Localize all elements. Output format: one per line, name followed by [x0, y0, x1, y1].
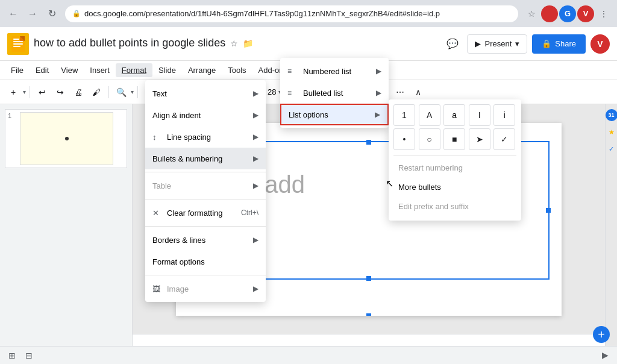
more-button[interactable]: ⋮: [595, 5, 612, 22]
submenu-numbered[interactable]: ≡ Numbered list ▶: [280, 60, 389, 82]
add-slide-fab[interactable]: +: [593, 326, 610, 343]
menu-edit[interactable]: Edit: [30, 63, 55, 77]
back-button[interactable]: ←: [5, 5, 22, 22]
menu-insert[interactable]: Insert: [84, 63, 116, 77]
slide-thumb-1[interactable]: 1: [5, 109, 127, 168]
format-menu-clear[interactable]: ✕ Clear formatting Ctrl+\: [145, 202, 266, 224]
toolbar-zoom-btn[interactable]: 🔍: [113, 84, 130, 101]
menu-arrange[interactable]: Arrange: [182, 63, 222, 77]
handle-top[interactable]: [366, 140, 371, 145]
submenu-list-options[interactable]: List options ▶: [280, 104, 389, 125]
menu-file[interactable]: File: [5, 63, 30, 77]
list-options-sep: [393, 155, 516, 155]
present-button[interactable]: ▶ Present ▾: [467, 34, 527, 54]
format-menu-text[interactable]: Text ▶: [145, 83, 266, 104]
toolbar-expand-btn[interactable]: ∧: [410, 84, 427, 101]
bulleted-icon: ≡: [287, 89, 299, 97]
star-icon[interactable]: ☆: [230, 39, 238, 48]
present-arrow: ▾: [515, 39, 519, 48]
list-option-bullet-filled[interactable]: •: [393, 128, 415, 150]
list-option-bullet-hollow[interactable]: ○: [419, 128, 440, 150]
more-bullets-btn[interactable]: More bullets: [393, 177, 516, 196]
svg-rect-1: [13, 39, 19, 40]
handle-bottom-outer[interactable]: [366, 313, 371, 316]
format-menu-bullets[interactable]: Bullets & numbering ▶: [145, 148, 266, 169]
list-option-bullet-square[interactable]: ■: [443, 128, 465, 150]
refresh-button[interactable]: ↻: [43, 5, 60, 22]
format-menu-image[interactable]: 🖼 Image ▶: [145, 278, 266, 300]
restart-numbering-btn[interactable]: Restart numbering: [393, 158, 516, 177]
toolbar-undo-btn[interactable]: ↩: [34, 84, 51, 101]
list-option-bullet-arrow[interactable]: ➤: [469, 128, 490, 150]
forward-button[interactable]: →: [24, 5, 41, 22]
filmstrip-view-btn[interactable]: ⊟: [22, 348, 36, 363]
edit-prefix-suffix-btn[interactable]: Edit prefix and suffix: [393, 196, 516, 216]
bookmark-button[interactable]: ☆: [523, 5, 540, 22]
right-panel: 31 ★ ✓: [605, 104, 617, 364]
format-menu-table[interactable]: Table ▶: [145, 175, 266, 196]
list-options-submenu: 1 A a I i • ○ ■ ➤ ✓ Restart numbering Mo…: [389, 99, 521, 221]
format-bullets-label: Bullets & numbering: [152, 154, 248, 163]
handle-bottom[interactable]: [366, 276, 371, 281]
comment-button[interactable]: 💬: [443, 34, 462, 54]
format-menu-options[interactable]: Format options: [145, 251, 266, 272]
user-avatar[interactable]: V: [590, 34, 610, 54]
toolbar-redo-btn[interactable]: ↪: [52, 84, 69, 101]
present-label: Present: [484, 39, 512, 48]
list-option-I[interactable]: I: [469, 104, 490, 126]
check-panel-icon[interactable]: ✓: [606, 143, 618, 155]
toolbar-add-btn[interactable]: +: [5, 84, 22, 101]
address-bar[interactable]: 🔒 docs.google.com/presentation/d/1ftU4h-…: [65, 5, 518, 22]
toolbar-paint-btn[interactable]: 🖌: [88, 84, 105, 101]
menu-format[interactable]: Format: [116, 63, 152, 77]
format-menu-borders[interactable]: Borders & lines ▶: [145, 229, 266, 251]
format-text-label: Text: [152, 89, 248, 98]
toolbar-more-btn[interactable]: ⋯: [392, 84, 409, 101]
toolbar-print-btn[interactable]: 🖨: [70, 84, 87, 101]
list-option-i[interactable]: i: [493, 104, 515, 126]
svg-rect-3: [13, 43, 23, 45]
format-menu-spacing[interactable]: ↕ Line spacing ▶: [145, 126, 266, 148]
toolbar-add-arrow[interactable]: ▾: [23, 89, 26, 95]
restart-numbering-label: Restart numbering: [398, 163, 463, 172]
menu-slide[interactable]: Slide: [152, 63, 182, 77]
doc-title-text[interactable]: how to add bullet points in google slide…: [34, 37, 225, 49]
format-menu-align[interactable]: Align & indent ▶: [145, 104, 266, 126]
slides-view-btn[interactable]: ⊞: [5, 348, 19, 363]
format-text-arrow: ▶: [253, 89, 258, 98]
header-actions: 💬 ▶ Present ▾ 🔒 Share V: [443, 34, 610, 54]
bullets-submenu: ≡ Numbered list ▶ ≡ Bulleted list ▶ List…: [280, 58, 389, 128]
list-option-A[interactable]: A: [419, 104, 440, 126]
menu-tools[interactable]: Tools: [222, 63, 252, 77]
app-icon: [7, 33, 29, 55]
format-image-label: Image: [167, 284, 248, 293]
submenu-numbered-label: Numbered list: [303, 67, 376, 76]
format-menu: Text ▶ Align & indent ▶ ↕ Line spacing ▶…: [145, 80, 266, 302]
star-panel-icon[interactable]: ★: [606, 126, 618, 138]
submenu-bulleted-label: Bulleted list: [303, 89, 376, 98]
expand-panel-btn[interactable]: ▶: [598, 348, 612, 362]
app-header: how to add bullet points in google slide…: [0, 27, 617, 61]
submenu-bulleted[interactable]: ≡ Bulleted list ▶: [280, 82, 389, 104]
folder-icon[interactable]: 📁: [243, 39, 253, 48]
browser-nav: ← → ↻: [5, 5, 60, 22]
toolbar-zoom-arrow[interactable]: ▾: [131, 89, 134, 95]
bottom-bar: ⊞ ⊟ + ▶: [0, 346, 617, 364]
profile-avatar-red[interactable]: [541, 5, 558, 22]
profile-avatar-blue[interactable]: G: [559, 5, 576, 22]
slides-panel: 1: [0, 104, 133, 364]
calendar-icon[interactable]: 31: [606, 109, 618, 121]
share-button[interactable]: 🔒 Share: [532, 34, 586, 54]
menu-view[interactable]: View: [55, 63, 84, 77]
list-option-1[interactable]: 1: [393, 104, 415, 126]
edit-prefix-suffix-label: Edit prefix and suffix: [398, 202, 469, 211]
image-icon: 🖼: [152, 284, 164, 293]
format-clear-label: Clear formatting: [167, 209, 231, 218]
handle-right[interactable]: [546, 208, 551, 213]
submenu-numbered-arrow: ▶: [376, 67, 381, 75]
present-icon: ▶: [475, 39, 481, 48]
submenu-list-options-label: List options: [289, 110, 375, 119]
profile-avatar-user[interactable]: V: [577, 5, 594, 22]
list-option-a-lower[interactable]: a: [443, 104, 465, 126]
list-option-bullet-check[interactable]: ✓: [493, 128, 515, 150]
